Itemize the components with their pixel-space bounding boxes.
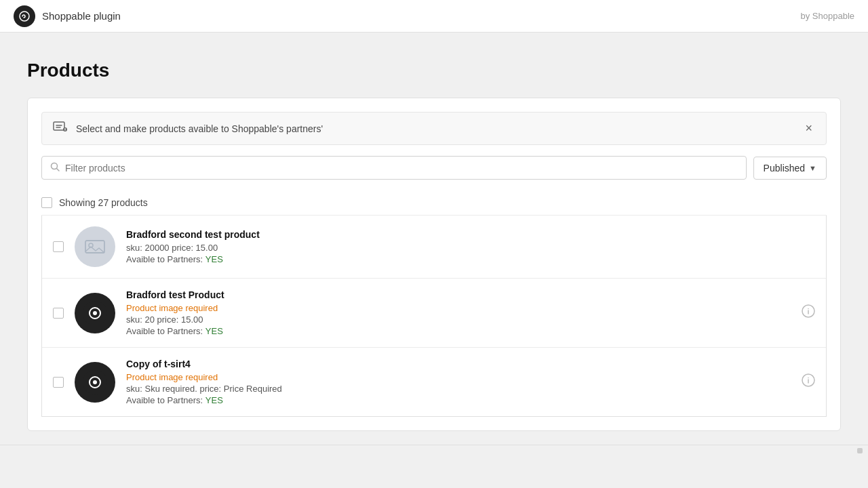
svg-point-13 [93, 311, 97, 315]
table-row: Bradford test Product Product image requ… [42, 279, 826, 348]
search-input[interactable] [65, 163, 738, 174]
search-wrapper [41, 156, 747, 180]
svg-point-19 [93, 380, 97, 384]
product-checkbox-1[interactable] [53, 241, 64, 252]
app-logo [14, 5, 35, 27]
product-sku-price-2: sku: 20 price: 15.00 [126, 314, 791, 325]
info-banner: Select and make products avaible to Shop… [41, 112, 827, 145]
product-list: Bradford second test product sku: 20000 … [41, 216, 827, 417]
app-header: Shoppable plugin by Shoppable [0, 0, 868, 33]
product-sku-price-3: sku: Sku required. price: Price Required [126, 384, 791, 394]
product-info-3: Copy of t-sirt4 Product image required s… [126, 359, 791, 405]
product-info-1: Bradford second test product sku: 20000 … [126, 229, 815, 264]
product-name-1: Bradford second test product [126, 229, 815, 240]
product-checkbox-2[interactable] [53, 308, 64, 319]
svg-line-8 [57, 169, 60, 171]
product-thumbnail-2 [75, 293, 115, 333]
header-by: by Shoppable [800, 11, 854, 21]
main-card: Select and make products avaible to Shop… [27, 98, 841, 431]
product-available-1: Avaible to Partners: YES [126, 254, 815, 264]
product-warning-2: Product image required [126, 303, 791, 313]
page-content: Products Select and make products avaibl… [0, 33, 868, 445]
svg-rect-1 [54, 122, 64, 130]
svg-point-22 [808, 378, 809, 379]
svg-point-16 [808, 308, 809, 310]
product-checkbox-3[interactable] [53, 377, 64, 388]
table-row: Copy of t-sirt4 Product image required s… [42, 348, 826, 416]
banner-icon [53, 121, 68, 136]
product-thumbnail-3 [75, 362, 115, 403]
product-thumbnail-1 [75, 226, 115, 267]
chevron-down-icon: ▼ [809, 164, 816, 172]
product-info-2: Bradford test Product Product image requ… [126, 289, 791, 336]
filter-bar: Published ▼ [41, 156, 827, 180]
header-title: Shoppable plugin [42, 10, 121, 22]
info-icon-3 [802, 373, 815, 390]
banner-text: Select and make products avaible to Shop… [76, 123, 323, 134]
product-available-3: Avaible to Partners: YES [126, 395, 791, 405]
page-title: Products [27, 60, 841, 81]
product-available-2: Avaible to Partners: YES [126, 326, 791, 336]
product-sku-price-1: sku: 20000 price: 15.00 [126, 243, 815, 253]
published-filter-button[interactable]: Published ▼ [753, 157, 827, 180]
search-icon [50, 162, 60, 174]
product-name-3: Copy of t-sirt4 [126, 359, 791, 369]
scroll-handle[interactable] [857, 448, 863, 453]
showing-text: Showing 27 products [59, 197, 148, 208]
table-row: Bradford second test product sku: 20000 … [42, 216, 826, 279]
info-icon-2 [802, 304, 815, 321]
bottom-scroll-bar [0, 445, 868, 455]
published-label: Published [764, 163, 806, 174]
svg-point-0 [20, 12, 29, 21]
svg-point-6 [65, 130, 66, 131]
product-name-2: Bradford test Product [126, 289, 791, 300]
showing-row: Showing 27 products [41, 190, 827, 216]
select-all-checkbox[interactable] [41, 197, 52, 208]
header-left: Shoppable plugin [14, 5, 121, 27]
product-warning-3: Product image required [126, 372, 791, 382]
banner-close-button[interactable]: × [802, 121, 815, 136]
